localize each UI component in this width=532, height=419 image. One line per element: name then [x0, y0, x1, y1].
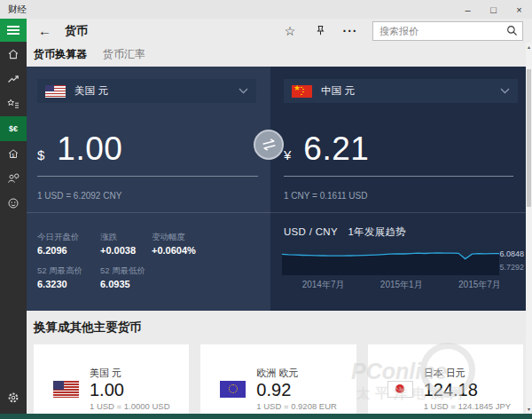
minimize-button[interactable]: – — [455, 0, 481, 19]
chevron-down-icon — [500, 88, 510, 94]
app-title: 财经 — [8, 4, 27, 16]
from-currency-dropdown[interactable]: 美国 元 — [37, 79, 256, 103]
pin-icon[interactable] — [305, 25, 335, 36]
us-flag-icon — [53, 381, 79, 398]
x-tick: 2015年7月 — [458, 279, 501, 291]
window-bottom-border — [0, 414, 532, 419]
from-rate-line: 1 USD = 6.2092 CNY — [37, 191, 121, 201]
currency-card-eur[interactable]: 欧洲 欧元 0.92 1 USD = 0.9208 EUR — [200, 344, 356, 414]
chart-max-label: 6.0848 — [499, 249, 524, 258]
close-button[interactable]: × — [506, 0, 532, 19]
search-input[interactable] — [379, 26, 506, 36]
scroll-down-icon[interactable]: ▾ — [526, 406, 532, 413]
svg-text:$: $ — [12, 153, 14, 158]
search-icon — [506, 25, 518, 36]
eu-flag-icon — [220, 381, 246, 398]
converter-section: 美国 元 $ 1.00 1 USD = 6.2092 CNY 今日开盘价 6.2… — [27, 67, 532, 311]
page-title: 货币 — [65, 23, 88, 39]
divider — [27, 212, 270, 213]
sidebar-item-markets[interactable] — [0, 67, 27, 91]
titlebar: 财经 – □ × — [0, 0, 532, 19]
to-currency-panel: ★ 中国 元 ¥ 6.21 1 CNY = 0.1611 USD USD / C… — [270, 67, 526, 311]
x-tick: 2015年1月 — [380, 279, 423, 291]
window-controls: – □ × — [455, 0, 532, 19]
home-icon — [7, 48, 20, 60]
sidebar-item-news[interactable] — [0, 166, 27, 191]
settings-gear-icon — [7, 391, 20, 404]
sidebar-item-watchlist[interactable] — [0, 91, 27, 116]
content-area: ← 货币 ☆ ··· 货币换算器 货币汇率 — [27, 19, 532, 414]
from-currency-panel: 美国 元 $ 1.00 1 USD = 6.2092 CNY 今日开盘价 6.2… — [27, 67, 270, 311]
watchlist-star-icon — [7, 98, 20, 110]
other-currencies-section: 换算成其他主要货币 美国 元 1.00 1 USD = 1.0000 USD — [27, 311, 532, 414]
more-options-icon[interactable]: ··· — [335, 24, 365, 38]
chart-x-axis: 2014年7月 2015年1月 2015年7月 — [282, 279, 499, 289]
cn-flag-icon: ★ — [292, 85, 312, 98]
to-currency-dropdown[interactable]: ★ 中国 元 — [284, 79, 518, 103]
news-person-icon — [7, 172, 20, 185]
tab-bar: 货币换算器 货币汇率 — [27, 43, 532, 67]
hamburger-menu-button[interactable] — [0, 19, 27, 42]
markets-trend-icon — [7, 73, 20, 85]
currency-card-usd[interactable]: 美国 元 1.00 1 USD = 1.0000 USD — [34, 344, 189, 414]
chart-min-label: 5.7292 — [499, 263, 524, 272]
to-amount-value: 6.21 — [303, 130, 369, 168]
currency-card-list: 美国 元 1.00 1 USD = 1.0000 USD 欧洲 欧元 0.92 … — [34, 344, 523, 414]
divider — [270, 212, 526, 213]
sidebar-item-home[interactable] — [0, 42, 27, 67]
to-rate-line: 1 CNY = 0.1611 USD — [284, 191, 367, 201]
search-box[interactable] — [372, 21, 523, 41]
to-currency-symbol: ¥ — [284, 147, 291, 162]
sidebar-item-currency[interactable]: $€ — [0, 116, 27, 141]
sidebar: $€ $ — [0, 19, 27, 414]
from-currency-symbol: $ — [37, 147, 44, 162]
swap-arrows-icon — [259, 137, 278, 153]
currency-converter-icon: $€ — [9, 124, 18, 133]
scroll-up-icon[interactable]: ▴ — [526, 43, 532, 51]
us-flag-icon — [45, 85, 66, 98]
jp-flag-icon — [387, 381, 413, 398]
mortgage-calculator-icon: $ — [7, 147, 20, 160]
stat-open: 今日开盘价 6.2096 — [37, 232, 100, 256]
chart-title: USD / CNY 1年发展趋势 — [284, 225, 406, 239]
currency-card-jpy[interactable]: 日本 日元 124.18 1 USD = 124.1845 JPY — [368, 344, 523, 414]
trend-chart-svg — [282, 249, 499, 275]
sidebar-item-settings[interactable] — [0, 385, 27, 410]
trend-chart — [282, 249, 499, 275]
quote-stats: 今日开盘价 6.2096 涨跌 +0.0038 变动幅度 +0.0604% — [37, 232, 196, 289]
swap-currencies-button[interactable] — [254, 130, 284, 160]
back-button[interactable]: ← — [38, 23, 56, 38]
x-tick: 2014年7月 — [302, 279, 345, 291]
to-currency-label: 中国 元 — [321, 84, 355, 98]
tab-currency-converter[interactable]: 货币换算器 — [34, 47, 87, 62]
app-command-bar: ← 货币 ☆ ··· — [27, 19, 532, 43]
stat-52wk-low: 52 周最低价 6.0935 — [100, 265, 152, 289]
from-currency-label: 美国 元 — [74, 84, 108, 98]
to-amount-field[interactable]: ¥ 6.21 — [284, 130, 513, 177]
stat-change: 涨跌 +0.0038 — [100, 232, 152, 256]
sidebar-item-world[interactable] — [0, 191, 27, 216]
scrollbar-thumb[interactable] — [527, 69, 531, 207]
maximize-button[interactable]: □ — [481, 0, 506, 19]
vertical-scrollbar[interactable]: ▴ ▾ — [526, 43, 532, 414]
from-amount-field[interactable]: $ 1.00 — [37, 130, 258, 177]
chevron-down-icon — [239, 88, 248, 94]
hamburger-menu-icon — [7, 26, 20, 35]
world-smiley-icon — [7, 197, 20, 210]
sidebar-item-mortgage[interactable]: $ — [0, 141, 27, 166]
favorite-star-icon[interactable]: ☆ — [275, 24, 305, 38]
other-currencies-heading: 换算成其他主要货币 — [27, 311, 532, 336]
from-amount-value: 1.00 — [57, 130, 122, 168]
app-window: 财经 – □ × $€ $ — [0, 0, 532, 419]
stat-52wk-high: 52 周最高价 6.3230 — [37, 265, 100, 289]
stat-change-pct: 变动幅度 +0.0604% — [152, 232, 196, 256]
tab-exchange-rates[interactable]: 货币汇率 — [103, 47, 145, 62]
